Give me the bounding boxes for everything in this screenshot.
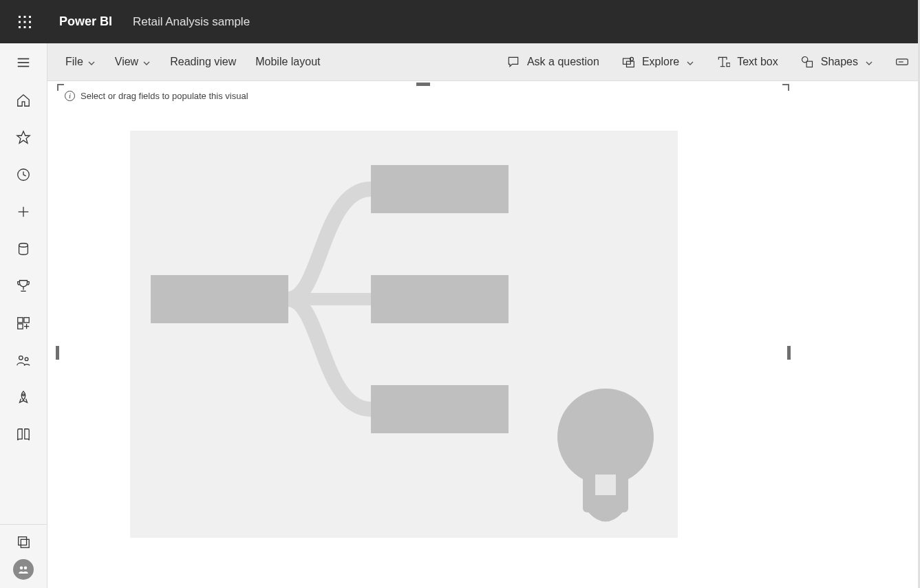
nav-learn-icon[interactable]	[0, 416, 47, 453]
svg-rect-21	[18, 324, 23, 329]
visual-hint: i Select or drag fields to populate this…	[65, 91, 248, 101]
svg-rect-4	[24, 21, 26, 23]
info-icon: i	[65, 91, 75, 101]
svg-rect-7	[24, 26, 26, 28]
chevron-down-icon	[686, 58, 694, 66]
resize-handle-right[interactable]	[787, 346, 791, 360]
svg-rect-20	[24, 318, 29, 323]
text-box-label: Text box	[737, 56, 778, 68]
svg-point-41	[557, 389, 654, 485]
svg-point-16	[19, 243, 28, 248]
button-icon	[895, 55, 909, 69]
nav-shared-icon[interactable]	[0, 342, 47, 379]
tree-root-block	[151, 275, 288, 323]
nav-deployment-icon[interactable]	[0, 379, 47, 416]
explore-menu[interactable]: Explore	[612, 51, 704, 73]
reading-view-button[interactable]: Reading view	[160, 52, 246, 72]
shapes-label: Shapes	[821, 56, 858, 68]
svg-rect-0	[19, 16, 21, 18]
tree-connectors	[280, 161, 397, 443]
chevron-down-icon	[142, 58, 151, 66]
toolbar: File View Reading view Mobile layout	[47, 43, 920, 81]
chevron-down-icon	[865, 58, 873, 66]
report-name: Retail Analysis sample	[133, 15, 250, 29]
svg-point-25	[25, 358, 28, 361]
resize-handle-top[interactable]	[416, 83, 430, 86]
visual-hint-text: Select or drag fields to populate this v…	[81, 91, 248, 101]
reading-view-label: Reading view	[170, 56, 236, 68]
svg-rect-5	[29, 21, 31, 23]
report-canvas[interactable]: i Select or drag fields to populate this…	[47, 81, 920, 588]
svg-rect-1	[24, 16, 26, 18]
lightbulb-icon	[547, 385, 664, 530]
svg-rect-28	[21, 539, 29, 547]
view-menu[interactable]: View	[105, 52, 160, 72]
mobile-layout-label: Mobile layout	[255, 56, 320, 68]
resize-handle-tl[interactable]	[57, 84, 64, 91]
workspace-avatar-icon[interactable]	[13, 559, 34, 580]
svg-rect-6	[19, 26, 21, 28]
buttons-menu[interactable]	[886, 51, 912, 73]
top-header: Power BI Retail Analysis sample	[0, 0, 920, 43]
svg-point-30	[24, 567, 28, 570]
svg-point-26	[23, 394, 25, 396]
svg-rect-8	[29, 26, 31, 28]
nav-home-icon[interactable]	[0, 82, 47, 119]
svg-rect-43	[595, 475, 616, 495]
shapes-icon	[800, 55, 814, 69]
shapes-menu[interactable]: Shapes	[791, 51, 883, 73]
chat-icon	[506, 55, 520, 69]
resize-handle-tr[interactable]	[782, 84, 789, 91]
visual-container[interactable]: i Select or drag fields to populate this…	[57, 84, 789, 588]
ask-question-button[interactable]: Ask a question	[497, 51, 609, 73]
text-box-button[interactable]: Text box	[707, 51, 788, 73]
main-column: File View Reading view Mobile layout	[47, 43, 920, 588]
text-box-icon	[716, 55, 730, 69]
nav-goals-icon[interactable]	[0, 268, 47, 305]
svg-rect-19	[18, 318, 23, 323]
view-label: View	[115, 56, 138, 68]
explore-icon	[621, 55, 635, 69]
svg-rect-36	[727, 63, 730, 67]
svg-point-29	[20, 567, 23, 570]
nav-datasets-icon[interactable]	[0, 230, 47, 268]
resize-handle-left[interactable]	[56, 346, 59, 360]
visual-placeholder	[130, 131, 678, 538]
svg-point-24	[19, 356, 23, 360]
nav-apps-icon[interactable]	[0, 305, 47, 342]
svg-marker-12	[17, 131, 30, 143]
mobile-layout-button[interactable]: Mobile layout	[246, 52, 330, 72]
svg-rect-27	[19, 537, 27, 545]
app-launcher-icon[interactable]	[14, 11, 36, 33]
explore-label: Explore	[642, 56, 679, 68]
nav-toggle-button[interactable]	[0, 43, 47, 82]
left-nav-rail	[0, 43, 47, 588]
brand-label: Power BI	[59, 14, 112, 29]
ask-question-label: Ask a question	[527, 56, 599, 68]
nav-recent-icon[interactable]	[0, 156, 47, 193]
chevron-down-icon	[87, 58, 96, 66]
svg-rect-2	[29, 16, 31, 18]
file-menu[interactable]: File	[56, 52, 105, 72]
file-label: File	[65, 56, 83, 68]
svg-rect-3	[19, 21, 21, 23]
nav-workspaces-icon[interactable]	[0, 534, 47, 549]
svg-rect-38	[806, 61, 812, 67]
nav-create-icon[interactable]	[0, 193, 47, 230]
nav-favorites-icon[interactable]	[0, 119, 47, 156]
